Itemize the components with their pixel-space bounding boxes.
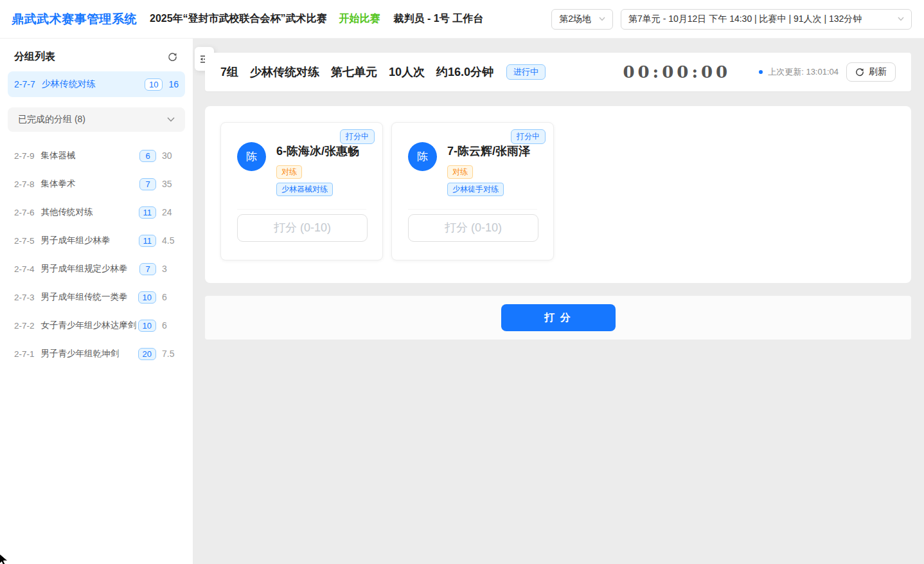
group-name: 集体器械 — [41, 150, 139, 161]
group-count-badge: 10 — [145, 78, 163, 91]
sidebar-refresh-icon[interactable] — [166, 51, 179, 63]
main-content: 7组 少林传统对练 第七单元 10人次 约16.0分钟 进行中 00:00:00… — [205, 39, 911, 340]
judge-workstation-label: 裁判员 - 1号 工作台 — [394, 12, 484, 26]
group-code: 2-7-1 — [14, 349, 35, 359]
sidebar-item-group[interactable]: 2-7-9 集体器械 6 30 — [8, 141, 185, 170]
group-name: 男子青少年组乾坤剑 — [41, 348, 138, 359]
group-header-card: 7组 少林传统对练 第七单元 10人次 约16.0分钟 进行中 00:00:00… — [205, 53, 911, 91]
group-duration-value: 30 — [162, 150, 179, 161]
group-count-badge: 10 — [138, 320, 156, 332]
group-number: 7组 — [220, 64, 238, 80]
group-duration-value: 4.5 — [162, 235, 179, 246]
sidebar-item-group[interactable]: 2-7-4 男子成年组规定少林拳 7 3 — [8, 255, 185, 283]
live-status-dot — [759, 70, 763, 74]
group-duration-value: 7.5 — [162, 349, 179, 359]
group-name: 女子青少年组少林达摩剑 — [41, 320, 138, 331]
sidebar-item-group[interactable]: 2-7-1 男子青少年组乾坤剑 20 7.5 — [8, 340, 185, 368]
athlete-card: 打分中 陈 7-陈云辉/张雨泽 对练 少林徒手对练 — [391, 122, 554, 260]
action-bar: 打 分 — [205, 296, 911, 340]
athlete-name: 7-陈云辉/张雨泽 — [447, 142, 537, 160]
refresh-icon — [855, 68, 864, 77]
athletes-panel: 打分中 陈 6-陈海冰/张惠畅 对练 少林器械对练 打分中 — [205, 106, 911, 283]
event-type-tag: 对练 — [447, 165, 473, 179]
mouse-cursor — [0, 552, 10, 564]
group-count-badge: 7 — [139, 263, 156, 275]
group-code: 2-7-4 — [14, 264, 35, 274]
chevron-down-icon — [599, 17, 605, 21]
card-divider — [408, 209, 537, 210]
group-code: 2-7-7 — [14, 79, 35, 89]
group-code: 2-7-8 — [14, 179, 35, 189]
group-code: 2-7-6 — [14, 208, 35, 217]
athlete-card: 打分中 陈 6-陈海冰/张惠畅 对练 少林器械对练 — [220, 122, 383, 260]
session-select-value: 第7单元 - 10月12日 下午 14:30 | 比赛中 | 91人次 | 13… — [628, 14, 862, 25]
group-count-badge: 11 — [139, 206, 157, 219]
submit-score-button[interactable]: 打 分 — [501, 304, 616, 331]
group-duration-value: 16 — [168, 79, 179, 89]
refresh-button-label: 刷新 — [869, 66, 887, 78]
group-name: 男子成年组少林拳 — [41, 235, 139, 246]
group-duration-value: 3 — [162, 264, 179, 274]
scoring-status-badge: 打分中 — [511, 129, 546, 144]
app-logo: 鼎武武术赛事管理系统 — [12, 11, 137, 28]
group-count-badge: 11 — [139, 235, 157, 247]
card-divider — [237, 209, 366, 210]
competition-title: 2025年“登封市武校联合会杯”武术比赛 — [150, 12, 327, 26]
start-competition-label[interactable]: 开始比赛 — [339, 12, 380, 26]
completed-group-list: 2-7-9 集体器械 6 30 2-7-8 集体拳术 7 35 2-7-6 其他… — [8, 141, 185, 368]
venue-select[interactable]: 第2场地 — [551, 9, 613, 30]
sidebar-item-current-group[interactable]: 2-7-7 少林传统对练 10 16 — [8, 71, 185, 97]
event-category-tag: 少林徒手对练 — [447, 183, 504, 196]
group-name: 其他传统对练 — [41, 206, 139, 218]
event-type-tag: 对练 — [276, 165, 302, 179]
avatar: 陈 — [237, 142, 266, 171]
completed-groups-label: 已完成的分组 (8) — [18, 114, 85, 125]
completed-groups-collapse[interactable]: 已完成的分组 (8) — [8, 107, 185, 132]
group-count-badge: 20 — [138, 348, 156, 360]
group-duration: 约16.0分钟 — [436, 64, 493, 80]
group-count-badge: 6 — [139, 150, 156, 162]
group-unit: 第七单元 — [331, 64, 377, 80]
timer-display: 00:00:00 — [623, 62, 731, 82]
venue-select-value: 第2场地 — [559, 14, 591, 25]
group-count-badge: 10 — [138, 291, 156, 304]
sidebar-item-group[interactable]: 2-7-6 其他传统对练 11 24 — [8, 198, 185, 226]
group-list-sidebar: 分组列表 2-7-7 少林传统对练 10 16 已完成的分组 (8) 2-7-9… — [0, 39, 193, 564]
sidebar-title: 分组列表 — [14, 50, 55, 64]
group-name: 男子成年组规定少林拳 — [41, 263, 139, 275]
score-input[interactable] — [237, 214, 368, 242]
app-header: 鼎武武术赛事管理系统 2025年“登封市武校联合会杯”武术比赛 开始比赛 裁判员… — [0, 0, 924, 39]
group-name: 男子成年组传统一类拳 — [41, 291, 138, 303]
session-select[interactable]: 第7单元 - 10月12日 下午 14:30 | 比赛中 | 91人次 | 13… — [621, 9, 912, 30]
last-update-text: 上次更新: 13:01:04 — [768, 66, 839, 78]
event-category-tag: 少林器械对练 — [276, 183, 333, 196]
group-duration-value: 6 — [162, 320, 179, 331]
athlete-name: 6-陈海冰/张惠畅 — [276, 142, 366, 160]
status-badge: 进行中 — [506, 64, 546, 80]
group-duration-value: 35 — [162, 179, 179, 189]
score-input[interactable] — [408, 214, 538, 242]
avatar: 陈 — [408, 142, 437, 171]
group-code: 2-7-9 — [14, 151, 35, 161]
group-duration-value: 6 — [162, 292, 179, 302]
group-duration-value: 24 — [162, 207, 179, 217]
group-name: 少林传统对练 — [42, 78, 145, 90]
sidebar-item-group[interactable]: 2-7-3 男子成年组传统一类拳 10 6 — [8, 283, 185, 311]
scoring-status-badge: 打分中 — [340, 129, 375, 144]
group-event-name: 少林传统对练 — [250, 64, 319, 80]
group-code: 2-7-3 — [14, 293, 35, 302]
group-people-count: 10人次 — [389, 64, 425, 80]
sidebar-item-group[interactable]: 2-7-2 女子青少年组少林达摩剑 10 6 — [8, 311, 185, 340]
sidebar-item-group[interactable]: 2-7-5 男子成年组少林拳 11 4.5 — [8, 226, 185, 255]
group-code: 2-7-5 — [14, 236, 35, 246]
group-code: 2-7-2 — [14, 321, 35, 331]
chevron-down-icon — [898, 17, 904, 21]
sidebar-item-group[interactable]: 2-7-8 集体拳术 7 35 — [8, 170, 185, 198]
group-name: 集体拳术 — [41, 178, 139, 190]
chevron-down-icon — [167, 117, 175, 122]
group-count-badge: 7 — [139, 178, 156, 190]
refresh-button[interactable]: 刷新 — [846, 62, 896, 82]
